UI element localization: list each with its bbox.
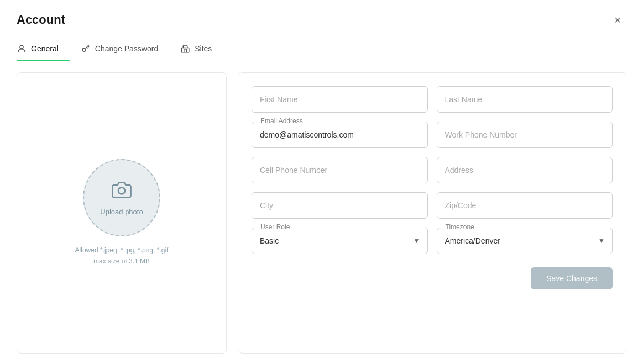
user-role-field: User Role Basic Admin Manager ▼ [252,228,428,254]
email-field: Email Address [252,122,428,148]
last-name-field [437,86,613,113]
first-name-field [252,86,428,113]
city-input[interactable] [252,192,428,219]
timezone-field: Timezone America/Denver America/New_York… [437,228,613,254]
camera-icon [112,180,132,204]
last-name-input[interactable] [437,86,613,113]
allowed-text: Allowed *.jpeg, *.jpg, *.png, *.gif max … [75,245,169,266]
close-button[interactable]: × [609,11,626,29]
form-panel: Email Address [238,72,626,354]
upload-circle[interactable]: Upload photo [83,159,160,236]
content-area: Upload photo Allowed *.jpeg, *.jpg, *.pn… [17,72,626,354]
tab-sites-label: Sites [195,44,212,53]
svg-point-3 [118,187,125,194]
timezone-label: Timezone [443,223,477,231]
user-role-select[interactable]: Basic Admin Manager [252,228,428,254]
tab-general[interactable]: General [17,38,70,61]
tab-change-password[interactable]: Change Password [81,38,169,61]
zip-code-field [437,192,613,219]
key-icon [81,44,91,54]
svg-rect-2 [181,48,189,52]
work-phone-field [437,122,613,148]
email-input[interactable] [252,122,428,148]
photo-upload-panel: Upload photo Allowed *.jpeg, *.jpg, *.pn… [17,72,227,354]
tab-general-label: General [31,44,59,53]
address-input[interactable] [437,157,613,183]
person-icon [17,44,27,54]
work-phone-input[interactable] [437,122,613,148]
svg-point-0 [20,45,23,49]
city-field [252,192,428,219]
modal-header: Account × [17,11,626,29]
address-field [437,157,613,183]
svg-point-1 [82,48,86,51]
tab-bar: General Change Password Sites [17,38,626,61]
form-grid: Email Address [252,86,613,254]
cell-phone-input[interactable] [252,157,428,183]
modal-title: Account [17,13,65,27]
user-role-label: User Role [258,223,292,231]
zip-code-input[interactable] [437,192,613,219]
first-name-input[interactable] [252,86,428,113]
tab-change-password-label: Change Password [95,44,158,53]
upload-label: Upload photo [100,208,143,216]
cell-phone-field [252,157,428,183]
email-label: Email Address [258,117,305,125]
building-icon [180,44,190,54]
form-actions: Save Changes [252,267,613,289]
timezone-select[interactable]: America/Denver America/New_York America/… [437,228,613,254]
account-modal: Account × General Change Password [0,0,643,364]
tab-sites[interactable]: Sites [180,38,223,61]
save-changes-button[interactable]: Save Changes [531,267,613,289]
